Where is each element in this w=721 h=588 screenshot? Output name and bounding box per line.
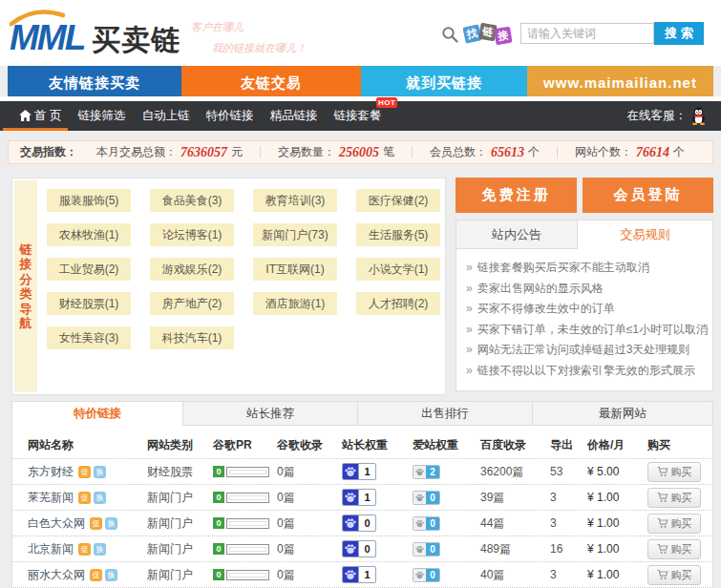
exchange-badge-icon: 换 [94,543,106,556]
baidu-paw-icon [343,490,359,505]
stat-metric-unit: 个 [673,144,685,160]
tab-site-announcements[interactable]: 站内公告 [456,220,578,249]
paw-icon [345,569,356,580]
stats-separator [260,146,261,158]
login-button[interactable]: 会员登陆 [583,178,713,213]
stat-metric-label: 交易数量： [278,144,335,160]
category-button-6[interactable]: 新闻门户(73) [253,223,337,246]
nav-item-2[interactable]: 自动上链 [141,101,189,131]
online-service[interactable]: 在线客服： [627,107,708,125]
stat-metric-unit: 笔 [383,144,394,160]
category-button-5[interactable]: 论坛博客(1) [150,223,234,246]
price-per-month: ¥ 5.00 [587,465,647,478]
buy-button-label: 购买 [671,516,692,531]
pr-value: 0 [213,517,224,529]
aizhan-paw-icon [414,569,426,581]
category-tab-char: 类 [20,286,32,302]
category-button-9[interactable]: 游戏娱乐(2) [150,258,234,281]
buy-button[interactable]: 购买 [647,539,701,559]
pr-bar [226,467,269,477]
promo-badge-icon: 促 [78,543,91,556]
google-pr-meter: 0 [213,492,277,503]
buy-button[interactable]: 购买 [647,514,701,534]
listing-tab-1[interactable]: 站长推荐 [182,402,357,426]
nav-item-0[interactable]: 首 页 [19,101,61,131]
rule-bullet-icon: » [466,323,473,336]
paw-icon [345,517,356,529]
site-name[interactable]: 白色大众网 [28,515,85,532]
stat-metric-3: 网站个数：76614个 [575,144,685,160]
logo[interactable]: MML 买卖链 [8,13,180,57]
category-button-0[interactable]: 服装服饰(5) [47,189,131,212]
listing-tab-0[interactable]: 特价链接 [12,402,182,426]
nav-item-3[interactable]: 特价链接 [205,101,253,131]
paw-icon [415,468,424,476]
category-button-1[interactable]: 食品美食(3) [150,189,234,212]
baidu-paw-icon [343,515,359,531]
listing-tabs: 特价链接站长推荐出售排行最新网站 [12,402,712,426]
exchange-badge-icon: 换 [94,466,106,478]
register-button[interactable]: 免费注册 [456,178,577,213]
category-button-3[interactable]: 医疗保健(2) [356,189,440,212]
search-input[interactable] [520,23,654,44]
aizhan-weight-badge: 0 [413,542,440,556]
category-button-2[interactable]: 教育培训(3) [253,189,337,212]
stats-metrics: 本月交易总额：7636057元交易数量：256005笔会员总数：65613个网站… [96,144,685,160]
category-button-4[interactable]: 农林牧渔(1) [47,223,131,246]
baidu-weight-badge: 1 [342,566,376,583]
table-row-1: 莱芜新闻促换新闻门户00篇 1 039篇3¥ 1.00 购买 [13,485,711,511]
category-button-15[interactable]: 人才招聘(2) [356,292,440,315]
nav-item-label: 精品链接 [269,108,317,124]
table-row-2: 白色大众网促换新闻门户00篇 0 044篇3¥ 1.00 购买 [13,511,711,536]
buy-cell: 购买 [647,462,711,482]
price-per-month: ¥ 1.00 [587,491,647,504]
nav-item-1[interactable]: 链接筛选 [77,101,125,131]
listing-tab-2[interactable]: 出售排行 [357,402,532,426]
buy-button[interactable]: 购买 [647,488,701,508]
category-button-7[interactable]: 生活服务(5) [356,223,440,246]
buy-cell: 购买 [647,488,711,508]
buy-cell: 购买 [647,514,711,534]
category-button-16[interactable]: 女性美容(3) [47,326,131,349]
baidu-index: 40篇 [480,567,550,583]
table-row-4: 丽水大众网促换新闻门户00篇 1 040篇3¥ 1.00 购买 [13,562,711,588]
category-button-17[interactable]: 科技汽车(1) [150,326,234,349]
hot-badge: HOT [376,97,397,108]
aizhan-weight-cell: 2 [413,465,480,479]
google-index: 0篇 [277,541,342,557]
site-name[interactable]: 莱芜新闻 [28,490,74,506]
promo-badge-icon: 促 [78,492,91,504]
pr-bar [226,518,269,529]
category-button-12[interactable]: 财经股票(1) [47,292,131,315]
nav-item-4[interactable]: 精品链接 [269,101,317,131]
rule-item: »卖家出售网站的显示风格 [466,279,703,300]
rule-bullet-icon: » [466,343,473,356]
announcement-tabs: 站内公告 交易规则 [456,220,712,249]
category-button-10[interactable]: IT互联网(1) [253,258,337,281]
tab-trade-rules[interactable]: 交易规则 [578,220,712,249]
price-per-month: ¥ 1.00 [587,568,647,581]
category-button-13[interactable]: 房产地产(2) [150,292,234,315]
site-category: 新闻门户 [147,515,213,532]
aizhan-weight-badge: 2 [413,465,440,479]
category-tab-char: 分 [20,272,32,287]
site-name[interactable]: 丽水大众网 [28,567,85,583]
category-button-11[interactable]: 小说文学(1) [356,258,440,281]
stat-metric-value: 256005 [339,145,379,160]
search-button[interactable]: 搜 索 [654,22,704,45]
buy-button[interactable]: 购买 [647,565,701,585]
listing-tab-3[interactable]: 最新网站 [532,402,712,426]
nav-item-5[interactable]: 链接套餐HOT [333,101,381,131]
baidu-weight-value: 0 [359,517,375,529]
export-count: 3 [550,568,587,581]
google-index: 0篇 [277,567,342,583]
category-button-14[interactable]: 酒店旅游(1) [253,292,337,315]
site-name[interactable]: 北京新闻 [28,541,74,557]
site-name-cell: 东方财经促换 [28,464,147,480]
buy-button[interactable]: 购买 [647,462,701,482]
rule-item: »买家下错订单，未生效的订单≤1小时可以取消 [466,320,703,341]
stat-metric-0: 本月交易总额：7636057元 [96,144,243,160]
category-button-8[interactable]: 工业贸易(2) [47,258,131,281]
baidu-index: 489篇 [480,541,550,557]
site-name[interactable]: 东方财经 [28,464,74,480]
